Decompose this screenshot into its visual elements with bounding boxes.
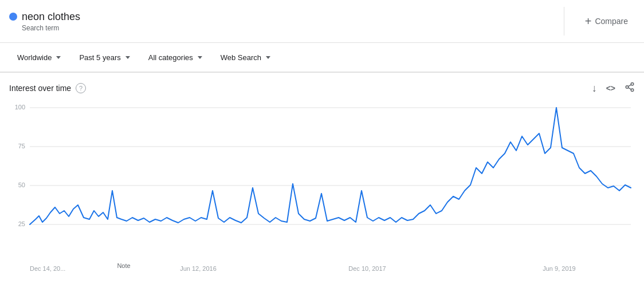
x-label-dec2017: Dec 10, 2017 xyxy=(348,265,386,272)
chart-actions: ↓ <> xyxy=(592,82,635,94)
trend-chart: 100 75 50 25 Dec 14, 20... Jun 12, 2016 … xyxy=(9,99,635,277)
time-range-chevron-icon xyxy=(125,56,130,59)
embed-icon[interactable]: <> xyxy=(606,84,615,93)
trend-polyline xyxy=(30,108,631,224)
header-divider xyxy=(564,7,564,35)
time-range-label: Past 5 years xyxy=(79,53,120,62)
compare-button[interactable]: + Compare xyxy=(578,10,635,33)
search-term-section: neon clothes Search term xyxy=(9,11,550,32)
share-icon[interactable] xyxy=(625,82,635,94)
chart-container: 100 75 50 25 Dec 14, 20... Jun 12, 2016 … xyxy=(9,99,635,279)
compare-label: Compare xyxy=(595,17,628,26)
region-chevron-icon xyxy=(56,56,61,59)
note-text: Note xyxy=(117,262,130,269)
chart-section: Interest over time ? ↓ <> 100 75 50 25 xyxy=(0,73,644,279)
y-label-50: 50 xyxy=(18,182,25,188)
svg-line-4 xyxy=(628,85,631,86)
x-label-dec2014: Dec 14, 20... xyxy=(30,265,65,272)
search-term-dot xyxy=(9,13,17,21)
search-term-sublabel: Search term xyxy=(22,24,550,32)
categories-filter[interactable]: All categories xyxy=(140,49,210,66)
compare-plus-icon: + xyxy=(585,15,592,28)
chart-title: Interest over time xyxy=(9,84,71,93)
region-label: Worldwide xyxy=(17,53,52,62)
search-type-label: Web Search xyxy=(221,53,261,62)
categories-label: All categories xyxy=(148,53,193,62)
chart-title-area: Interest over time ? xyxy=(9,83,86,93)
categories-chevron-icon xyxy=(198,56,202,59)
search-type-chevron-icon xyxy=(266,56,270,59)
y-label-100: 100 xyxy=(15,104,25,111)
download-icon[interactable]: ↓ xyxy=(592,82,597,94)
header: neon clothes Search term + Compare xyxy=(0,0,644,43)
x-label-jun2019: Jun 9, 2019 xyxy=(543,265,576,272)
y-label-25: 25 xyxy=(18,220,25,227)
help-icon[interactable]: ? xyxy=(76,83,86,93)
chart-header: Interest over time ? ↓ <> xyxy=(9,82,635,94)
x-label-jun2016: Jun 12, 2016 xyxy=(180,265,217,272)
search-type-filter[interactable]: Web Search xyxy=(213,49,278,66)
region-filter[interactable]: Worldwide xyxy=(9,49,69,66)
time-range-filter[interactable]: Past 5 years xyxy=(71,49,138,66)
y-label-75: 75 xyxy=(18,143,25,149)
search-term-label: neon clothes xyxy=(22,11,80,23)
filter-bar: Worldwide Past 5 years All categories We… xyxy=(0,43,644,73)
svg-line-3 xyxy=(628,88,631,89)
